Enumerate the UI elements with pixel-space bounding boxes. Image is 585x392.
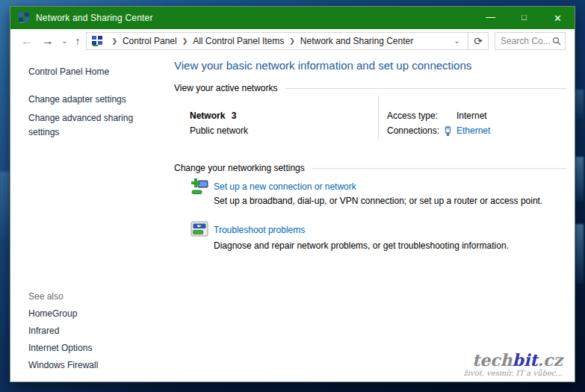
breadcrumb-separator: ❯ — [177, 37, 194, 45]
breadcrumb-control-panel[interactable]: Control Panel — [123, 36, 177, 46]
troubleshoot-description: Diagnose and repair network problems, or… — [214, 240, 509, 251]
access-type-value: Internet — [456, 111, 487, 121]
breadcrumb-separator: ❯ — [284, 37, 300, 45]
active-networks-label: View your active networks — [174, 83, 278, 93]
up-icon[interactable]: ↑ — [70, 36, 86, 46]
connections-label: Connections: — [387, 125, 439, 136]
navigation-toolbar: ← → ⌄ ↑ ❯ Control Panel ❯ All Control Pa… — [10, 29, 575, 52]
sidebar-item-internet-options[interactable]: Internet Options — [28, 343, 92, 353]
sidebar-item-change-advanced-sharing[interactable]: Change advanced sharing settings — [28, 111, 152, 139]
desktop-light-beam — [575, 90, 584, 119]
forward-icon[interactable]: → — [37, 35, 58, 47]
page-title: View your basic network information and … — [174, 59, 471, 72]
breadcrumb-all-items[interactable]: All Control Panel Items — [193, 36, 284, 46]
techbit-logo: techbit.cz — [464, 352, 563, 368]
search-icon — [552, 37, 561, 46]
close-button[interactable]: ✕ — [541, 7, 575, 29]
breadcrumb-separator: ❯ — [106, 37, 123, 45]
sidebar-item-homegroup[interactable]: HomeGroup — [28, 308, 77, 319]
desktop-light-beam — [575, 224, 584, 284]
sidebar-item-windows-firewall[interactable]: Windows Firewall — [28, 360, 98, 370]
breadcrumb-network-sharing[interactable]: Network and Sharing Center — [300, 36, 413, 46]
network-divider — [378, 96, 379, 140]
content-area: Control Panel Home Change adapter settin… — [10, 52, 575, 382]
ethernet-icon — [443, 126, 453, 137]
section-rule — [312, 168, 567, 169]
address-dropdown-chevron-icon[interactable]: ⌄ — [450, 37, 465, 45]
titlebar[interactable]: Network and Sharing Center — □ ✕ — [10, 7, 575, 29]
networking-settings-label: Change your networking settings — [174, 163, 305, 173]
troubleshoot-icon — [190, 220, 209, 239]
sidebar-item-control-panel-home[interactable]: Control Panel Home — [28, 66, 109, 77]
maximize-button[interactable]: □ — [507, 7, 541, 29]
desktop-light-beam — [0, 172, 10, 239]
minimize-button[interactable]: — — [474, 7, 507, 29]
section-rule — [285, 88, 567, 89]
see-also-label: See also — [28, 291, 64, 302]
active-networks-section-header: View your active networks — [174, 83, 567, 93]
setup-connection-description: Set up a broadband, dial-up, or VPN conn… — [214, 196, 542, 206]
refresh-icon[interactable]: ⟳ — [468, 33, 488, 49]
network-sharing-center-window: Network and Sharing Center — □ ✕ ← → ⌄ ↑… — [10, 6, 575, 382]
network-icon — [91, 35, 103, 47]
networking-settings-section-header: Change your networking settings — [174, 163, 567, 173]
back-icon[interactable]: ← — [16, 35, 37, 47]
network-type: Public network — [190, 125, 248, 136]
techbit-tagline: život, vesmír, IT a vůbec... — [464, 369, 563, 377]
window-title: Network and Sharing Center — [36, 13, 153, 23]
techbit-watermark: techbit.cz život, vesmír, IT a vůbec... — [464, 352, 563, 377]
nav-history-chevron-icon[interactable]: ⌄ — [58, 37, 70, 45]
network-icon — [18, 12, 30, 24]
network-name: Network 3 — [190, 111, 236, 121]
address-bar[interactable]: ❯ Control Panel ❯ All Control Panel Item… — [86, 32, 489, 50]
ethernet-link[interactable]: Ethernet — [456, 125, 490, 136]
desktop-light-beam — [575, 157, 584, 202]
setup-connection-link[interactable]: Set up a new connection or network — [214, 181, 356, 192]
sidebar-item-infrared[interactable]: Infrared — [28, 326, 59, 336]
troubleshoot-link[interactable]: Troubleshoot problems — [214, 225, 305, 235]
search-input[interactable] — [501, 36, 552, 46]
access-type-label: Access type: — [387, 111, 438, 121]
setup-connection-icon — [190, 178, 209, 197]
search-box[interactable] — [495, 32, 566, 50]
sidebar-item-change-adapter-settings[interactable]: Change adapter settings — [28, 94, 126, 105]
